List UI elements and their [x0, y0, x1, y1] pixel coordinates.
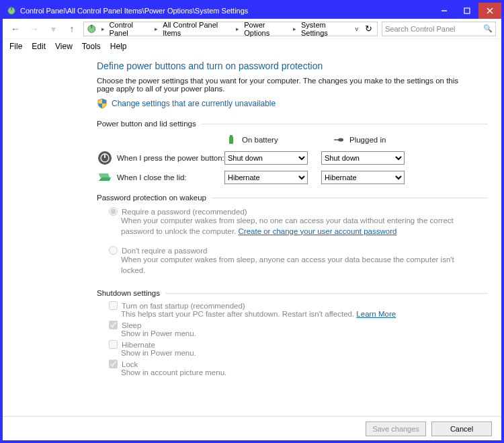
window-title: Control Panel\All Control Panel Items\Po… — [20, 7, 248, 15]
shield-icon — [97, 98, 108, 109]
chevron-right-icon[interactable]: ▸ — [290, 26, 300, 32]
lock-label: Lock — [122, 360, 138, 368]
sleep-desc: Show in Power menu. — [121, 329, 488, 337]
breadcrumb-seg[interactable]: System Settings — [300, 21, 351, 37]
learn-more-link[interactable]: Learn More — [356, 310, 396, 318]
svg-rect-8 — [229, 136, 233, 144]
fast-startup-label: Turn on fast startup (recommended) — [122, 302, 245, 310]
back-button[interactable]: ← — [8, 22, 23, 36]
chevron-right-icon[interactable]: ▸ — [98, 26, 108, 32]
power-battery-select[interactable]: Shut down — [224, 151, 308, 165]
cancel-button[interactable]: Cancel — [431, 421, 492, 436]
menu-tools[interactable]: Tools — [82, 42, 101, 51]
search-placeholder: Search Control Panel — [385, 25, 456, 33]
dont-require-password-radio — [109, 246, 118, 255]
svg-rect-7 — [91, 24, 92, 28]
lid-row: When I close the lid: Hibernate Hibernat… — [97, 171, 488, 184]
sleep-label: Sleep — [122, 321, 141, 329]
fast-startup-checkbox — [109, 301, 118, 310]
titlebar: Control Panel\All Control Panel Items\Po… — [3, 3, 501, 19]
search-input[interactable]: Search Control Panel 🔍 — [382, 22, 496, 36]
menu-edit[interactable]: Edit — [32, 42, 46, 51]
menubar: File Edit View Tools Help — [3, 39, 501, 54]
col-plugged-label: Plugged in — [349, 136, 386, 144]
power-plugged-select[interactable]: Shut down — [321, 151, 405, 165]
require-password-desc: When your computer wakes from sleep, no … — [121, 216, 470, 237]
uac-link[interactable]: Change settings that are currently unava… — [112, 99, 276, 108]
nav-row: ← → ▾ ↑ ▸ Control Panel ▸ All Control Pa… — [3, 19, 501, 39]
uac-link-row: Change settings that are currently unava… — [97, 98, 488, 109]
dont-require-password-label: Don't require a password — [122, 247, 207, 255]
battery-icon — [226, 134, 237, 145]
svg-rect-1 — [11, 7, 12, 10]
forward-button[interactable]: → — [27, 22, 42, 36]
sleep-checkbox — [109, 321, 118, 329]
power-button-label: When I press the power button: — [117, 154, 224, 162]
power-options-icon — [87, 24, 97, 34]
lock-checkbox — [109, 360, 118, 368]
hibernate-label: Hibernate — [122, 341, 155, 349]
lid-label: When I close the lid: — [117, 173, 224, 182]
require-password-label: Require a password (recommended) — [122, 208, 247, 216]
section-password: Password protection on wakeup — [97, 194, 488, 202]
lid-icon — [97, 171, 112, 184]
power-icon — [97, 151, 112, 165]
create-password-link[interactable]: Create or change your user account passw… — [239, 227, 397, 235]
app-icon — [7, 6, 16, 15]
fast-startup-desc: This helps start your PC faster after sh… — [121, 310, 488, 318]
breadcrumb-seg[interactable]: Power Options — [243, 21, 290, 37]
content: Define power buttons and turn on passwor… — [3, 54, 501, 416]
lid-battery-select[interactable]: Hibernate — [224, 171, 308, 184]
chevron-down-icon[interactable]: v — [351, 26, 362, 32]
search-icon: 🔍 — [483, 24, 493, 33]
page-title: Define power buttons and turn on passwor… — [97, 61, 488, 71]
require-password-radio — [109, 207, 118, 216]
up-button[interactable]: ↑ — [65, 22, 79, 36]
close-button[interactable] — [478, 3, 501, 19]
breadcrumb-seg[interactable]: Control Panel — [108, 21, 152, 37]
lock-desc: Show in account picture menu. — [121, 368, 488, 376]
menu-view[interactable]: View — [55, 42, 73, 51]
menu-help[interactable]: Help — [110, 42, 127, 51]
power-button-row: When I press the power button: Shut down… — [97, 151, 488, 165]
section-power-button: Power button and lid settings — [97, 120, 488, 128]
chevron-right-icon[interactable]: ▸ — [233, 26, 243, 32]
plug-icon — [333, 134, 344, 145]
hibernate-desc: Show in Power menu. — [121, 349, 488, 357]
save-button: Save changes — [366, 421, 426, 436]
svg-rect-9 — [230, 135, 233, 136]
minimize-button[interactable] — [433, 3, 456, 19]
hibernate-checkbox — [109, 340, 118, 349]
window: Control Panel\All Control Panel Items\Po… — [3, 3, 501, 440]
breadcrumb-seg[interactable]: All Control Panel Items — [161, 21, 233, 37]
dont-require-password-desc: When your computer wakes from sleep, any… — [121, 255, 470, 276]
chevron-right-icon[interactable]: ▸ — [151, 26, 161, 32]
svg-rect-3 — [464, 8, 470, 13]
svg-point-10 — [338, 138, 343, 142]
page-description: Choose the power settings that you want … — [97, 77, 473, 93]
lid-plugged-select[interactable]: Hibernate — [321, 171, 405, 184]
refresh-button[interactable]: ↻ — [362, 24, 376, 34]
recent-button[interactable]: ▾ — [46, 22, 60, 36]
col-battery-label: On battery — [242, 136, 278, 144]
maximize-button[interactable] — [456, 3, 478, 19]
footer: Save changes Cancel — [3, 416, 501, 440]
svg-rect-14 — [104, 153, 106, 158]
breadcrumb[interactable]: ▸ Control Panel ▸ All Control Panel Item… — [83, 22, 378, 36]
menu-file[interactable]: File — [9, 42, 22, 51]
section-shutdown: Shutdown settings — [97, 289, 488, 297]
column-headers: On battery Plugged in — [226, 134, 488, 145]
